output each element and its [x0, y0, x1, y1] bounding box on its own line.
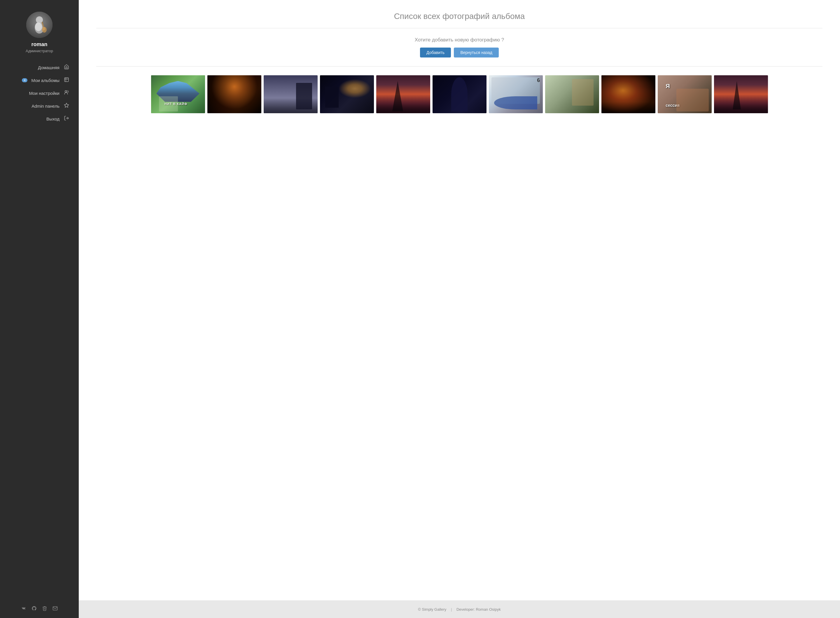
sidebar: roman Администратор Домашняя 4 Мои альбо… — [0, 0, 79, 618]
gallery-grid: НИТ В КАЙФ — [96, 75, 822, 113]
vk-icon[interactable] — [21, 606, 26, 612]
gallery-item[interactable]: Я сессия — [658, 75, 712, 113]
sidebar-item-home[interactable]: Домашняя — [0, 62, 73, 73]
svg-marker-10 — [64, 103, 69, 107]
add-photo-button[interactable]: Добавить — [420, 48, 451, 58]
page-title-section: Список всех фотографий альбома — [96, 12, 822, 28]
gallery-item[interactable] — [714, 75, 768, 113]
sidebar-item-admin[interactable]: Admin панель — [0, 100, 73, 111]
back-button[interactable]: Вернуться назад — [454, 48, 499, 58]
main-inner: Список всех фотографий альбома Хотите до… — [79, 0, 840, 600]
email-icon[interactable] — [52, 606, 58, 612]
footer-developer: Developer: Roman Osipyk — [456, 607, 501, 612]
settings-icon — [64, 90, 70, 96]
sidebar-item-settings[interactable]: Мои настройки — [0, 88, 73, 99]
social-icons-bar — [0, 594, 79, 612]
settings-label: Мои настройки — [29, 91, 59, 96]
gallery-item[interactable] — [207, 75, 261, 113]
page-title: Список всех фотографий альбома — [96, 12, 822, 21]
footer-separator: | — [451, 607, 452, 612]
albums-icon — [64, 77, 70, 83]
home-icon — [64, 64, 70, 71]
gallery-item[interactable] — [601, 75, 655, 113]
svg-rect-7 — [64, 77, 68, 82]
sidebar-navigation: Домашняя 4 Мои альбомы Мои настройки — [0, 62, 79, 124]
footer-copyright: © Simply Gallery — [418, 607, 446, 612]
avatar-wrap — [26, 12, 52, 38]
gallery-item[interactable] — [320, 75, 374, 113]
svg-point-6 — [35, 22, 42, 31]
home-label: Домашняя — [38, 65, 59, 70]
svg-point-5 — [42, 27, 45, 30]
admin-icon — [64, 103, 70, 109]
footer: © Simply Gallery | Developer: Roman Osip… — [79, 600, 840, 618]
sidebar-item-albums[interactable]: 4 Мои альбомы — [0, 75, 73, 86]
albums-label: Мои альбомы — [31, 78, 60, 83]
gallery-item[interactable]: 6 — [489, 75, 543, 113]
gallery-item[interactable] — [264, 75, 318, 113]
main-content: Список всех фотографий альбома Хотите до… — [79, 0, 840, 618]
gallery-item[interactable]: НИТ В КАЙФ — [151, 75, 205, 113]
github-icon[interactable] — [31, 606, 37, 612]
role-label: Администратор — [26, 49, 53, 53]
gallery-item[interactable] — [545, 75, 599, 113]
add-photo-prompt: Хотите добавить новую фотографию ? — [96, 37, 822, 43]
logout-icon — [64, 116, 70, 122]
gallery-item[interactable] — [376, 75, 430, 113]
logout-label: Выход — [46, 116, 59, 121]
albums-badge: 4 — [22, 78, 27, 82]
admin-label: Admin панель — [31, 104, 59, 108]
sidebar-item-logout[interactable]: Выход — [0, 113, 73, 124]
avatar — [26, 12, 52, 38]
svg-point-8 — [65, 91, 67, 92]
gallery-item[interactable] — [433, 75, 486, 113]
add-photo-section: Хотите добавить новую фотографию ? Добав… — [96, 37, 822, 67]
username-label: roman — [31, 42, 47, 48]
trash-icon[interactable] — [42, 606, 47, 612]
